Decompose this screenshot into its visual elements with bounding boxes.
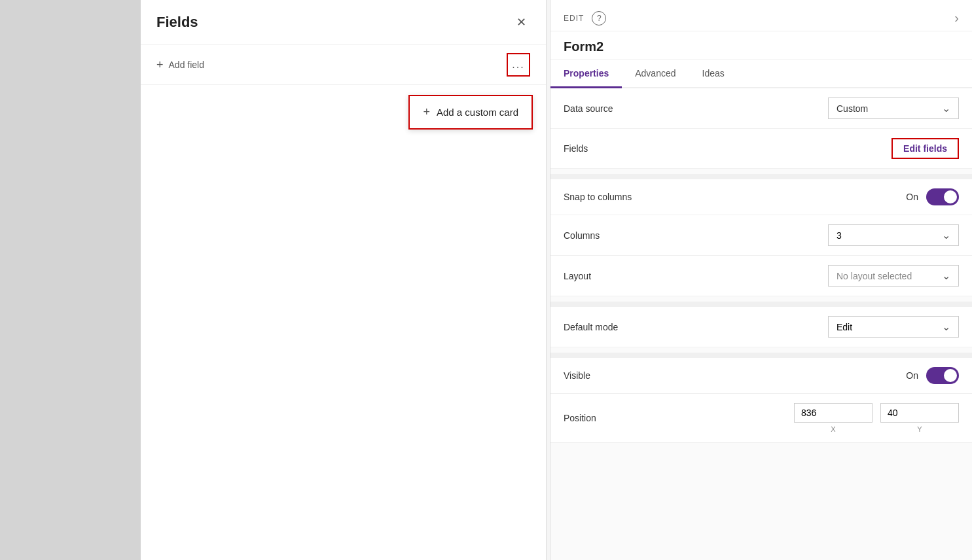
columns-value: 3 <box>837 230 842 241</box>
default-mode-label: Default mode <box>564 322 618 332</box>
snap-to-columns-label: Snap to columns <box>564 192 632 202</box>
layout-label: Layout <box>564 271 591 281</box>
fields-header: Fields ✕ <box>141 0 546 45</box>
fields-panel: Fields ✕ + Add field ... + Add a custom … <box>141 0 547 560</box>
separator-2 <box>550 302 972 307</box>
add-field-button[interactable]: + Add field <box>156 58 204 72</box>
edit-label: EDIT <box>564 14 584 23</box>
columns-dropdown[interactable]: 3 ⌄ <box>828 224 959 246</box>
add-field-label: Add field <box>169 60 204 70</box>
position-label: Position <box>564 413 596 423</box>
props-tabs: Properties Advanced Ideas <box>550 60 972 88</box>
add-custom-card-label: Add a custom card <box>437 107 518 118</box>
plus-icon: + <box>156 58 164 72</box>
visible-toggle-thumb <box>944 369 957 382</box>
help-icon[interactable]: ? <box>592 11 606 26</box>
data-source-section: Data source Custom ⌄ Fields Edit fields <box>550 88 972 169</box>
layout-dropdown[interactable]: No layout selected ⌄ <box>828 265 959 287</box>
snap-to-columns-row: Snap to columns On <box>550 179 972 215</box>
position-y-input[interactable] <box>880 403 959 423</box>
default-mode-chevron-icon: ⌄ <box>942 321 950 333</box>
position-y-group: Y <box>880 403 959 433</box>
position-x-label: X <box>794 425 873 433</box>
edit-fields-label: Edit fields <box>903 143 947 154</box>
visible-toggle-container: On <box>906 367 959 384</box>
visible-row: Visible On <box>550 358 972 394</box>
more-options-button[interactable]: ... <box>507 53 530 77</box>
visible-label: Visible <box>564 370 590 381</box>
tab-ideas[interactable]: Ideas <box>689 60 738 88</box>
data-source-dropdown[interactable]: Custom ⌄ <box>828 97 959 119</box>
fields-row: Fields Edit fields <box>550 129 972 169</box>
columns-label: Columns <box>564 230 600 241</box>
position-row: Position X Y <box>550 394 972 443</box>
dropdown-plus-icon: + <box>423 105 430 119</box>
visible-section: Visible On Position X <box>550 358 972 443</box>
edit-fields-button[interactable]: Edit fields <box>891 138 959 159</box>
default-mode-row: Default mode Edit ⌄ <box>550 307 972 347</box>
data-source-row: Data source Custom ⌄ <box>550 88 972 129</box>
position-inputs: X Y <box>794 403 959 433</box>
data-source-label: Data source <box>564 103 613 114</box>
tab-ideas-label: Ideas <box>702 68 725 79</box>
separator-3 <box>550 353 972 358</box>
layout-chevron-icon: ⌄ <box>942 270 950 282</box>
add-custom-card-dropdown[interactable]: + Add a custom card <box>408 95 533 130</box>
properties-panel: EDIT ? › Form2 Properties Advanced Ideas… <box>550 0 972 560</box>
layout-row: Layout No layout selected ⌄ <box>550 256 972 296</box>
snap-toggle-container: On <box>906 188 959 205</box>
props-header-left: EDIT ? <box>564 11 606 26</box>
separator-1 <box>550 174 972 179</box>
data-source-chevron-icon: ⌄ <box>942 102 950 114</box>
tab-properties[interactable]: Properties <box>550 60 622 88</box>
visible-on-label: On <box>906 370 918 381</box>
snap-to-columns-toggle[interactable] <box>926 188 959 205</box>
fields-prop-label: Fields <box>564 143 588 154</box>
layout-placeholder: No layout selected <box>837 271 912 281</box>
position-x-group: X <box>794 403 873 433</box>
ellipsis-icon: ... <box>512 59 524 71</box>
tab-advanced[interactable]: Advanced <box>622 60 689 88</box>
columns-chevron-icon: ⌄ <box>942 229 950 241</box>
close-button[interactable]: ✕ <box>512 13 530 31</box>
visible-toggle[interactable] <box>926 367 959 384</box>
snap-section: Snap to columns On Columns 3 ⌄ Layout <box>550 179 972 296</box>
fields-toolbar: + Add field ... <box>141 45 546 85</box>
props-header: EDIT ? › <box>550 0 972 31</box>
toggle-thumb <box>944 190 957 203</box>
props-body: Data source Custom ⌄ Fields Edit fields … <box>550 88 972 443</box>
form-name: Form2 <box>550 31 972 60</box>
tab-properties-label: Properties <box>564 68 609 79</box>
data-source-value: Custom <box>837 103 868 114</box>
fields-title: Fields <box>156 14 198 31</box>
position-x-input[interactable] <box>794 403 873 423</box>
default-mode-value: Edit <box>837 322 852 332</box>
snap-toggle-on-label: On <box>906 192 918 202</box>
default-mode-section: Default mode Edit ⌄ <box>550 307 972 347</box>
default-mode-dropdown[interactable]: Edit ⌄ <box>828 316 959 338</box>
tab-advanced-label: Advanced <box>635 68 675 79</box>
position-y-label: Y <box>880 425 959 433</box>
chevron-right-icon[interactable]: › <box>954 10 959 26</box>
columns-row: Columns 3 ⌄ <box>550 215 972 256</box>
